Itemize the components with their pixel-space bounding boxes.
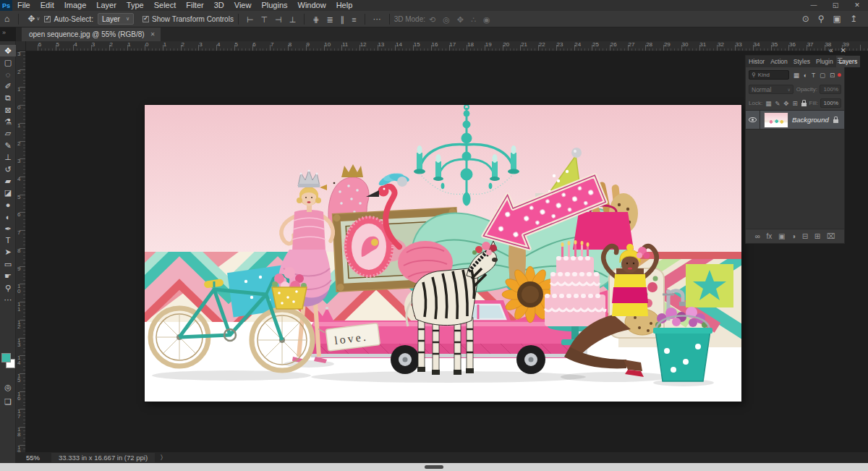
status-chevron-icon[interactable]: 〉: [161, 454, 163, 462]
lock-transparency-icon[interactable]: ▦: [765, 100, 772, 107]
auto-select-target-dropdown[interactable]: Layer ∨: [98, 13, 134, 25]
menu-select[interactable]: Select: [149, 0, 182, 11]
menu-3d[interactable]: 3D: [209, 0, 229, 11]
dock-collapse-icon[interactable]: «: [829, 46, 833, 54]
link-layers-icon[interactable]: ∞: [755, 232, 760, 240]
home-icon[interactable]: ⌂: [0, 14, 14, 24]
distribute-horizontal-icon[interactable]: ⋕: [309, 15, 323, 24]
lock-artboard-icon[interactable]: ⊞: [791, 100, 798, 107]
lock-position-icon[interactable]: ✥: [783, 100, 789, 107]
edit-toolbar-icon[interactable]: ⋯: [0, 294, 16, 305]
filter-type-layers-icon[interactable]: T: [811, 72, 816, 79]
minimize-button[interactable]: —: [803, 0, 825, 11]
align-center-h-icon[interactable]: ⊤: [257, 15, 271, 24]
align-bottom-icon[interactable]: ⊥: [286, 15, 300, 24]
auto-select-checkbox[interactable]: [44, 16, 51, 22]
3d-camera-icon[interactable]: ◉: [480, 15, 494, 24]
account-icon[interactable]: ⊙: [799, 14, 813, 24]
crop-tool[interactable]: ⧉: [0, 93, 16, 104]
menu-plugins[interactable]: Plugins: [256, 0, 292, 11]
opacity-value[interactable]: 100%: [820, 85, 841, 94]
tab-action[interactable]: Action: [767, 56, 791, 67]
lock-all-icon[interactable]: [801, 103, 807, 106]
menu-view[interactable]: View: [229, 0, 257, 11]
healing-brush-tool[interactable]: ▱: [0, 128, 16, 140]
history-brush-tool[interactable]: ↺: [0, 164, 16, 175]
tab-plugin[interactable]: Plugin: [813, 56, 836, 67]
canvas-document[interactable]: love.: [145, 105, 741, 402]
menu-type[interactable]: Type: [122, 0, 149, 11]
share-icon[interactable]: ↥: [846, 14, 861, 24]
new-group-icon[interactable]: ⊟: [802, 232, 808, 240]
chevron-down-icon[interactable]: ∨: [36, 16, 40, 22]
menu-help[interactable]: Help: [331, 0, 358, 11]
filter-toggle[interactable]: [838, 73, 841, 77]
close-button[interactable]: ✕: [846, 0, 868, 11]
align-left-icon[interactable]: ⊢: [243, 15, 258, 24]
menu-edit[interactable]: Edit: [35, 0, 59, 11]
workspace-icon[interactable]: ▣: [830, 14, 845, 24]
menu-filter[interactable]: Filter: [181, 0, 208, 11]
type-tool[interactable]: T: [0, 234, 16, 246]
more-options-icon[interactable]: ⋯: [370, 14, 385, 24]
show-transform-checkbox[interactable]: [142, 16, 149, 22]
dock-close-icon[interactable]: ✕: [841, 46, 846, 54]
menu-file[interactable]: File: [12, 0, 35, 11]
frame-tool[interactable]: ⊠: [0, 104, 16, 116]
document-tab[interactable]: open sequence.jpg @ 55% (RGB/8) ✕: [22, 27, 161, 41]
new-layer-icon[interactable]: ⊞: [814, 232, 820, 240]
gradient-tool[interactable]: ◪: [0, 187, 16, 199]
restore-button[interactable]: ◱: [825, 0, 846, 11]
lasso-tool[interactable]: ◌: [0, 69, 16, 80]
distribute-spacing-v-icon[interactable]: ≡: [348, 15, 359, 24]
zoom-level[interactable]: 55%: [26, 454, 40, 462]
object-selection-tool[interactable]: ✐: [0, 80, 16, 92]
panel-menu-icon[interactable]: ☰: [837, 57, 843, 64]
marquee-tool[interactable]: ▢: [0, 56, 16, 68]
foreground-color-swatch[interactable]: [1, 353, 11, 362]
dodge-tool[interactable]: ◐: [0, 211, 16, 223]
filter-adjustment-layers-icon[interactable]: ◐: [803, 72, 808, 79]
eraser-tool[interactable]: ▰: [0, 175, 16, 187]
layer-effects-icon[interactable]: fx: [766, 232, 772, 240]
3d-drag-icon[interactable]: ✥: [454, 15, 467, 24]
layer-search-input[interactable]: ⚲ Kind: [749, 70, 789, 80]
filter-pixel-layers-icon[interactable]: ▦: [793, 72, 800, 79]
shape-tool[interactable]: ▭: [0, 258, 16, 270]
blur-tool[interactable]: ●: [0, 199, 16, 211]
new-adjustment-layer-icon[interactable]: ◑: [791, 232, 796, 240]
distribute-spacing-h-icon[interactable]: ∥: [337, 15, 349, 24]
filter-smart-objects-icon[interactable]: ⊡: [829, 72, 835, 79]
delete-layer-icon[interactable]: ⌧: [827, 232, 835, 240]
toolbar-collapse-icon[interactable]: »: [2, 29, 6, 36]
screen-mode-button[interactable]: ❏: [0, 396, 16, 407]
layer-thumbnail[interactable]: [764, 112, 788, 128]
close-tab-icon[interactable]: ✕: [150, 31, 156, 38]
3d-rotate-icon[interactable]: ⟲: [425, 15, 439, 24]
pen-tool[interactable]: ✒: [0, 223, 16, 234]
fill-value[interactable]: 100%: [820, 98, 841, 108]
add-layer-mask-icon[interactable]: ▣: [778, 232, 785, 240]
tab-styles[interactable]: Styles: [791, 56, 813, 67]
layer-row-background[interactable]: Background: [746, 111, 844, 130]
filter-shape-layers-icon[interactable]: ▢: [819, 72, 826, 79]
hand-tool[interactable]: ☛: [0, 271, 16, 282]
menu-image[interactable]: Image: [59, 0, 92, 11]
quick-mask-button[interactable]: ◎: [0, 381, 16, 393]
clone-stamp-tool[interactable]: ⊥: [0, 152, 16, 164]
blend-mode-dropdown[interactable]: Normal ∨: [749, 85, 793, 94]
align-right-icon[interactable]: ⊣: [271, 15, 286, 24]
menu-layer[interactable]: Layer: [91, 0, 122, 11]
move-tool[interactable]: ✥: [0, 45, 16, 56]
search-icon[interactable]: ⚲: [814, 14, 828, 24]
path-selection-tool[interactable]: ➤: [0, 247, 16, 258]
lock-pixels-icon[interactable]: ✎: [774, 100, 780, 107]
visibility-toggle[interactable]: [746, 111, 760, 129]
distribute-vertical-icon[interactable]: ≣: [323, 15, 336, 24]
3d-roll-icon[interactable]: ◎: [439, 15, 454, 24]
eyedropper-tool[interactable]: ⚗: [0, 116, 16, 127]
3d-slide-icon[interactable]: ∴: [467, 15, 480, 24]
brush-tool[interactable]: ✎: [0, 140, 16, 151]
zoom-tool[interactable]: ⚲: [0, 282, 16, 294]
tab-histor[interactable]: Histor: [746, 56, 767, 67]
